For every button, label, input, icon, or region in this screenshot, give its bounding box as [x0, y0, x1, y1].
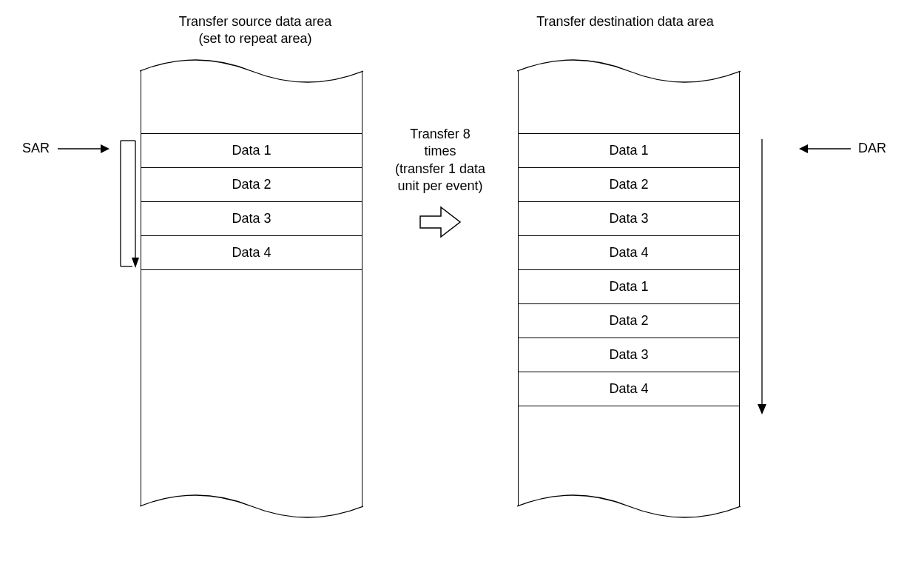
transfer-note-line4: unit per event): [397, 178, 482, 193]
destination-row-label: Data 3: [609, 347, 648, 363]
destination-title-line1: Transfer destination data area: [536, 14, 713, 29]
source-title: Transfer source data area (set to repeat…: [133, 13, 377, 48]
source-row-label: Data 1: [232, 143, 271, 158]
source-row: Data 1: [141, 133, 362, 167]
destination-memory-block: Data 1Data 2Data 3Data 4Data 1Data 2Data…: [518, 59, 740, 518]
destination-row: Data 1: [518, 269, 740, 303]
transfer-note-line2: times: [424, 144, 456, 158]
destination-row-label: Data 3: [609, 211, 648, 226]
svg-marker-14: [758, 404, 766, 414]
source-row-label: Data 2: [232, 177, 271, 192]
destination-row: Data 4: [518, 372, 740, 406]
transfer-note-line1: Transfer 8: [410, 127, 470, 141]
destination-row-label: Data 2: [609, 313, 648, 329]
svg-marker-12: [799, 144, 808, 153]
source-row-label: Data 3: [232, 211, 271, 226]
source-row: Data 2: [141, 167, 362, 201]
transfer-note: Transfer 8 times (transfer 1 data unit p…: [388, 126, 492, 195]
destination-row: Data 3: [518, 338, 740, 372]
destination-rows: Data 1Data 2Data 3Data 4Data 1Data 2Data…: [518, 133, 740, 406]
sar-label: SAR: [22, 141, 50, 156]
transfer-arrow-icon: [419, 206, 462, 238]
source-title-line1: Transfer source data area: [179, 14, 331, 29]
source-memory-block: Data 1Data 2Data 3Data 4: [141, 59, 362, 518]
destination-row: Data 2: [518, 167, 740, 201]
dar-down-arrow-icon: [753, 133, 771, 414]
source-bottom-edge: [140, 494, 363, 518]
transfer-note-line3: (transfer 1 data: [395, 161, 485, 176]
svg-marker-1: [101, 144, 109, 153]
destination-row: Data 4: [518, 235, 740, 269]
destination-row: Data 2: [518, 303, 740, 338]
dar-label: DAR: [858, 141, 886, 156]
destination-row-label: Data 4: [609, 381, 648, 397]
destination-row: Data 1: [518, 133, 740, 167]
destination-row: Data 3: [518, 201, 740, 235]
destination-title: Transfer destination data area: [503, 13, 747, 30]
destination-row-label: Data 2: [609, 177, 648, 192]
sar-loop-arrow-icon: [115, 133, 140, 274]
source-title-line2: (set to repeat area): [198, 31, 311, 46]
source-row: Data 4: [141, 235, 362, 270]
dar-arrow-icon: [799, 139, 851, 158]
source-row: Data 3: [141, 201, 362, 235]
destination-row-label: Data 1: [609, 143, 648, 158]
destination-bottom-edge: [517, 494, 741, 518]
source-rows: Data 1Data 2Data 3Data 4: [141, 133, 362, 270]
svg-marker-3: [132, 258, 139, 268]
destination-row-label: Data 4: [609, 245, 648, 261]
sar-arrow-icon: [58, 139, 109, 158]
source-row-label: Data 4: [232, 245, 271, 261]
destination-row-label: Data 1: [609, 279, 648, 295]
